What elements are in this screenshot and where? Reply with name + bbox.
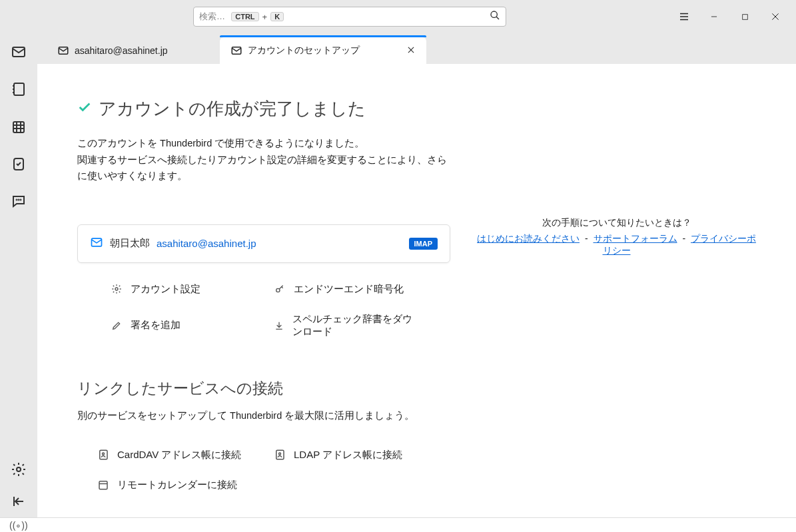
mail-space-icon[interactable] [9, 43, 28, 61]
account-card: 朝日太郎 asahitaro@asahinet.jp IMAP [77, 224, 450, 263]
svg-rect-6 [742, 14, 747, 19]
connect-carddav-button[interactable]: CardDAV アドレス帳に接続 [97, 449, 254, 461]
mail-icon [230, 45, 242, 57]
svg-rect-14 [13, 122, 24, 133]
global-search[interactable]: 検索… CTRL + K [193, 7, 506, 27]
page-title-text: アカウントの作成が完了しました [99, 97, 366, 121]
svg-point-21 [19, 200, 19, 200]
calendar-space-icon[interactable] [9, 117, 28, 136]
tasks-space-icon[interactable] [9, 154, 28, 173]
spell-label: スペルチェック辞書をダウンロード [292, 313, 417, 338]
addressbook-icon [97, 449, 109, 461]
kbd-k: K [270, 12, 284, 21]
page-title: アカウントの作成が完了しました [77, 97, 450, 121]
calendar-label: リモートカレンダーに接続 [117, 479, 237, 491]
account-display-name: 朝日太郎 [110, 237, 150, 250]
mail-account-icon [90, 236, 103, 252]
setup-page: アカウントの作成が完了しました このアカウントを Thunderbird で使用… [37, 64, 796, 517]
account-settings-label: アカウント設定 [131, 283, 200, 296]
help-links: はじめにお読みください - サポートフォーラム - プライバシーポリシー [477, 233, 756, 257]
search-placeholder: 検索… [199, 11, 225, 23]
tab-setup[interactable]: アカウントのセットアップ [220, 37, 426, 64]
protocol-badge: IMAP [409, 238, 438, 250]
account-settings-button[interactable]: アカウント設定 [111, 283, 254, 296]
connect-ldap-button[interactable]: LDAP アドレス帳に接続 [274, 449, 430, 461]
window-close-button[interactable] [760, 3, 791, 30]
tab-close-icon[interactable] [406, 44, 416, 58]
readme-link[interactable]: はじめにお読みください [477, 233, 580, 244]
gear-icon [111, 284, 123, 294]
download-icon [274, 320, 284, 331]
statusbar: ((∘)) [0, 517, 796, 532]
search-icon [490, 10, 500, 23]
connect-remote-calendar-button[interactable]: リモートカレンダーに接続 [97, 479, 254, 491]
hamburger-menu-icon[interactable] [669, 3, 699, 30]
window-minimize-button[interactable] [699, 3, 729, 30]
svg-point-23 [17, 467, 21, 471]
svg-point-30 [115, 288, 118, 290]
titlebar: 検索… CTRL + K [0, 0, 796, 33]
page-description: このアカウントを Thunderbird で使用できるようになりました。 関連す… [77, 135, 450, 184]
svg-rect-36 [99, 481, 107, 489]
add-signature-button[interactable]: 署名を追加 [111, 313, 254, 338]
addressbook-space-icon[interactable] [9, 80, 28, 99]
tab-account[interactable]: asahitaro@asahinet.jp [47, 37, 220, 64]
spaces-toolbar [0, 33, 37, 517]
e2e-label: エンドツーエンド暗号化 [294, 283, 404, 296]
desc-line-2: 関連するサービスへ接続したりアカウント設定の詳細を変更することにより、さらに使い… [77, 154, 447, 182]
svg-point-31 [276, 289, 280, 292]
window-maximize-button[interactable] [729, 3, 760, 30]
broadcast-icon[interactable]: ((∘)) [9, 520, 28, 531]
help-question: 次の手順について知りたいときは？ [477, 217, 756, 229]
svg-rect-10 [14, 83, 24, 95]
linked-services-heading: リンクしたサービスへの接続 [77, 378, 450, 399]
sep: - [682, 233, 685, 244]
download-spell-button[interactable]: スペルチェック辞書をダウンロード [274, 313, 417, 338]
svg-point-22 [21, 200, 21, 200]
svg-point-20 [17, 200, 17, 200]
desc-line-1: このアカウントを Thunderbird で使用できるようになりました。 [77, 138, 364, 148]
collapse-space-icon[interactable] [9, 492, 28, 511]
e2e-encryption-button[interactable]: エンドツーエンド暗号化 [274, 283, 417, 296]
kbd-ctrl: CTRL [231, 12, 258, 21]
support-forum-link[interactable]: サポートフォーラム [594, 233, 677, 244]
svg-point-33 [103, 453, 105, 455]
carddav-label: CardDAV アドレス帳に接続 [117, 449, 241, 461]
account-email: asahitaro@asahinet.jp [157, 238, 256, 249]
svg-point-35 [279, 453, 281, 455]
sep: - [585, 233, 588, 244]
tab-account-label: asahitaro@asahinet.jp [75, 45, 168, 56]
key-icon [274, 284, 286, 294]
check-icon [77, 100, 92, 119]
chat-space-icon[interactable] [9, 192, 28, 210]
pencil-icon [111, 320, 123, 331]
signature-label: 署名を追加 [131, 319, 181, 332]
mail-icon [57, 45, 69, 57]
svg-line-1 [496, 17, 499, 19]
tabstrip: asahitaro@asahinet.jp アカウントのセットアップ [37, 33, 796, 64]
linked-services-desc: 別のサービスをセットアップして Thunderbird を最大限に活用しましょう… [77, 409, 450, 422]
svg-point-0 [491, 11, 497, 17]
tab-setup-label: アカウントのセットアップ [248, 45, 360, 57]
settings-space-icon[interactable] [9, 460, 28, 479]
kbd-plus: + [262, 12, 268, 22]
addressbook-icon [274, 449, 286, 461]
calendar-icon [97, 479, 109, 491]
ldap-label: LDAP アドレス帳に接続 [294, 449, 402, 461]
